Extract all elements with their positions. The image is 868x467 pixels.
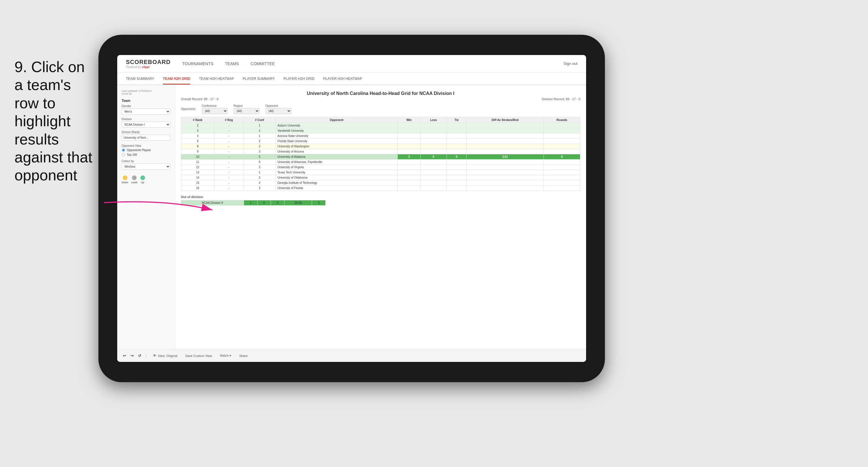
cell-rank: 14 — [181, 175, 214, 180]
cell-rank: 16 — [181, 185, 214, 191]
sub-nav-player-summary[interactable]: PLAYER SUMMARY — [243, 77, 275, 85]
cell-conf: 3 — [243, 165, 276, 170]
cell-loss — [420, 165, 446, 170]
table-row[interactable]: 16-3University of Florida — [181, 185, 580, 191]
sidebar-team-label: Team — [122, 99, 170, 103]
nav-committee[interactable]: COMMITTEE — [251, 60, 275, 67]
region-filter-label: Region — [234, 104, 259, 108]
table-row[interactable]: 6-2Florida State University — [181, 139, 580, 144]
radio-input-opponents-played[interactable] — [122, 148, 125, 151]
out-of-division-section: Out of division NCAA Division II 1 0 0 2… — [181, 195, 580, 206]
cell-win — [398, 180, 420, 185]
sidebar-division-select[interactable]: NCAA Division I — [122, 122, 170, 128]
cell-loss — [420, 185, 446, 191]
cell-opponent: Auburn University — [276, 123, 398, 128]
cell-tie — [446, 185, 466, 191]
cell-conf: 3 — [243, 185, 276, 191]
logo-powered: Powered by clippi — [126, 65, 170, 68]
cell-rank: 8 — [181, 144, 214, 149]
cell-tie — [446, 175, 466, 180]
legend-label-level: Level — [131, 181, 137, 184]
cell-tie — [446, 170, 466, 175]
sign-out-link[interactable]: Sign out — [563, 61, 578, 66]
sub-nav-team-h2h-grid[interactable]: TEAM H2H GRID — [163, 77, 190, 85]
sidebar-gender-select[interactable]: Men's — [122, 109, 170, 115]
watch-btn[interactable]: Watch ▾ — [218, 353, 233, 358]
th-rounds-label: Rounds — [557, 118, 567, 122]
table-row[interactable]: 11-6University of Arkansas, Fayetteville — [181, 159, 580, 165]
grid-records: Overall Record: 89 - 17 - 0 Division Rec… — [181, 97, 580, 101]
cell-tie — [446, 128, 466, 134]
th-rank: # Rank — [181, 117, 214, 123]
radio-top-100[interactable]: Top 100 — [122, 153, 170, 157]
cell-opponent: University of Arkansas, Fayetteville — [276, 159, 398, 165]
brand-name: clippi — [142, 65, 150, 68]
cell-diff — [467, 144, 544, 149]
legend-dot-down — [123, 175, 127, 180]
bottom-toolbar: ↩ ↪ ↺ | 👁 View: Original Save Custom Vie… — [117, 349, 586, 362]
th-conf: # Conf — [243, 117, 276, 123]
cell-conf: 3 — [243, 149, 276, 154]
cell-tie — [446, 123, 466, 128]
cell-loss — [420, 144, 446, 149]
sidebar-colour-by-select[interactable]: Win/loss — [122, 164, 170, 170]
table-row[interactable]: 13-1Texas Tech University — [181, 170, 580, 175]
th-rank-label: # Rank — [193, 118, 203, 122]
cell-conf: 1 — [243, 170, 276, 175]
cell-diff — [467, 165, 544, 170]
sidebar-school-value[interactable]: University of Nort... — [122, 135, 170, 141]
out-of-division-row[interactable]: NCAA Division II 1 0 0 26.00 3 — [181, 200, 326, 206]
cell-tie — [446, 165, 466, 170]
cell-diff — [467, 159, 544, 165]
table-row[interactable]: 4-1Arizona State University — [181, 134, 580, 139]
cell-reg: - — [214, 185, 243, 191]
cell-tie: 0 — [446, 154, 466, 159]
sidebar-colour-by: Colour by Win/loss — [122, 159, 170, 173]
table-row[interactable]: 8-2University of Washington — [181, 144, 580, 149]
cell-conf: 5 — [243, 154, 276, 159]
table-row[interactable]: 3-2Vanderbilt University — [181, 128, 580, 134]
conference-filter-select[interactable]: (All) — [202, 108, 228, 114]
region-filter-select[interactable]: (All) — [234, 108, 259, 114]
table-row[interactable]: 2-1Auburn University — [181, 123, 580, 128]
save-custom-view-btn[interactable]: Save Custom View — [184, 353, 214, 358]
radio-opponents-played[interactable]: Opponents Played — [122, 148, 170, 152]
table-row[interactable]: 15-4Georgia Institute of Technology — [181, 180, 580, 185]
redo-icon: ↪ — [130, 353, 134, 358]
cell-loss — [420, 175, 446, 180]
cell-opponent: University of Alabama — [276, 154, 398, 159]
sidebar-gender-label: Gender — [122, 105, 170, 108]
cell-reg: - — [214, 123, 243, 128]
cell-rounds — [544, 139, 580, 144]
opponent-filter-select[interactable]: (All) — [266, 108, 291, 114]
th-loss-label: Loss — [430, 118, 437, 122]
sub-nav-team-h2h-heatmap[interactable]: TEAM H2H HEATMAP — [199, 77, 234, 85]
sub-nav-player-h2h-heatmap[interactable]: PLAYER H2H HEATMAP — [323, 77, 362, 85]
logo-area: SCOREBOARD Powered by clippi — [126, 59, 170, 68]
cell-reg: - — [214, 170, 243, 175]
view-original-btn[interactable]: 👁 View: Original — [151, 353, 179, 359]
cell-conf: 4 — [243, 180, 276, 185]
table-row[interactable]: 10-5University of Alabama3002.618 — [181, 154, 580, 159]
th-tie-label: Tie — [455, 118, 459, 122]
cell-rank: 13 — [181, 170, 214, 175]
cell-tie — [446, 139, 466, 144]
last-updated-time: 16:55:38 — [122, 92, 132, 95]
table-row[interactable]: 9-3University of Arizona — [181, 149, 580, 154]
table-row[interactable]: 12-3University of Virginia — [181, 165, 580, 170]
nav-tournaments[interactable]: TOURNAMENTS — [182, 60, 213, 67]
sub-nav-team-summary[interactable]: TEAM SUMMARY — [126, 77, 154, 85]
radio-input-top-100[interactable] — [122, 153, 125, 156]
cell-diff — [467, 123, 544, 128]
cell-rank: 2 — [181, 123, 214, 128]
cell-opponent: University of Washington — [276, 144, 398, 149]
sidebar-timestamp: Last Updated: 27/03/2024 16:55:38 — [122, 89, 170, 95]
cell-tie — [446, 144, 466, 149]
table-row[interactable]: 14-2University of Oklahoma — [181, 175, 580, 180]
th-conf-label: # Conf — [255, 118, 264, 122]
share-btn[interactable]: Share — [237, 353, 249, 358]
sub-nav-player-h2h-grid[interactable]: PLAYER H2H GRID — [284, 77, 315, 85]
nav-teams[interactable]: TEAMS — [225, 60, 239, 67]
tablet-screen: SCOREBOARD Powered by clippi TOURNAMENTS… — [117, 55, 586, 362]
opponent-filter: Opponent (All) — [266, 104, 291, 114]
